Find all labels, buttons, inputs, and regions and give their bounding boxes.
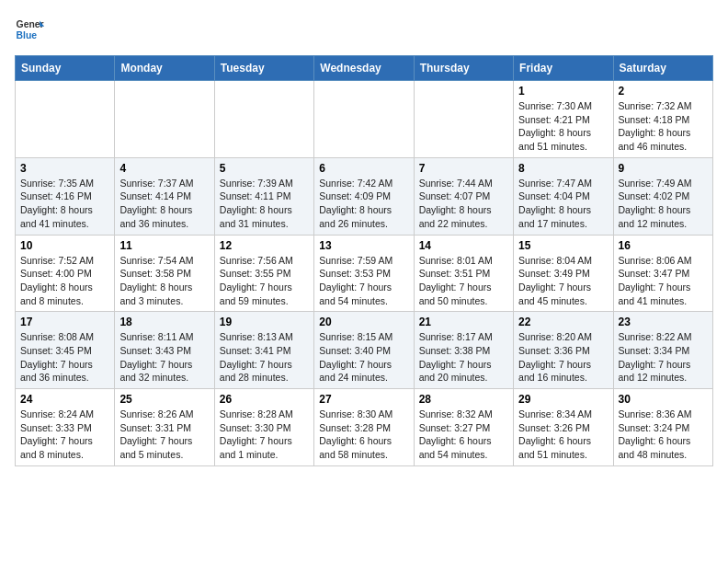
- day-number: 24: [20, 393, 109, 406]
- calendar-cell: 23Sunrise: 8:22 AM Sunset: 3:34 PM Dayli…: [613, 312, 712, 389]
- calendar-cell: 21Sunrise: 8:17 AM Sunset: 3:38 PM Dayli…: [414, 312, 513, 389]
- calendar-cell: 18Sunrise: 8:11 AM Sunset: 3:43 PM Dayli…: [115, 312, 214, 389]
- day-number: 14: [419, 239, 508, 252]
- calendar-cell: 2Sunrise: 7:32 AM Sunset: 4:18 PM Daylig…: [613, 81, 712, 158]
- day-info: Sunrise: 8:04 AM Sunset: 3:49 PM Dayligh…: [518, 254, 608, 308]
- calendar-cell: 28Sunrise: 8:32 AM Sunset: 3:27 PM Dayli…: [414, 389, 513, 466]
- day-number: 2: [619, 85, 708, 98]
- day-info: Sunrise: 7:54 AM Sunset: 3:58 PM Dayligh…: [119, 254, 209, 308]
- calendar-cell: 7Sunrise: 7:44 AM Sunset: 4:07 PM Daylig…: [414, 157, 513, 235]
- calendar-cell: 29Sunrise: 8:34 AM Sunset: 3:26 PM Dayli…: [514, 389, 613, 466]
- day-number: 12: [220, 239, 309, 252]
- calendar-cell: 30Sunrise: 8:36 AM Sunset: 3:24 PM Dayli…: [613, 389, 712, 466]
- day-number: 25: [119, 393, 209, 406]
- calendar-cell: 3Sunrise: 7:35 AM Sunset: 4:16 PM Daylig…: [16, 157, 115, 235]
- day-number: 11: [119, 239, 209, 252]
- day-info: Sunrise: 8:30 AM Sunset: 3:28 PM Dayligh…: [319, 408, 408, 462]
- calendar-cell: 24Sunrise: 8:24 AM Sunset: 3:33 PM Dayli…: [16, 389, 115, 466]
- day-number: 3: [20, 162, 109, 175]
- day-number: 5: [220, 162, 309, 175]
- day-number: 13: [319, 239, 408, 252]
- calendar-cell: 1Sunrise: 7:30 AM Sunset: 4:21 PM Daylig…: [514, 81, 613, 158]
- day-info: Sunrise: 7:56 AM Sunset: 3:55 PM Dayligh…: [220, 254, 309, 308]
- day-number: 21: [419, 316, 508, 328]
- calendar-cell: 13Sunrise: 7:59 AM Sunset: 3:53 PM Dayli…: [314, 235, 414, 312]
- weekday-header-wednesday: Wednesday: [314, 56, 414, 81]
- week-row-2: 3Sunrise: 7:35 AM Sunset: 4:16 PM Daylig…: [16, 157, 713, 235]
- calendar-cell: 17Sunrise: 8:08 AM Sunset: 3:45 PM Dayli…: [16, 312, 115, 389]
- day-number: 6: [319, 162, 408, 175]
- page-header: General Blue: [15, 15, 713, 44]
- day-number: 10: [20, 239, 109, 252]
- day-info: Sunrise: 7:59 AM Sunset: 3:53 PM Dayligh…: [319, 254, 408, 308]
- calendar-cell: 15Sunrise: 8:04 AM Sunset: 3:49 PM Dayli…: [514, 235, 613, 312]
- day-info: Sunrise: 8:01 AM Sunset: 3:51 PM Dayligh…: [419, 254, 508, 308]
- day-info: Sunrise: 7:39 AM Sunset: 4:11 PM Dayligh…: [220, 177, 309, 231]
- weekday-header-sunday: Sunday: [16, 56, 115, 81]
- day-info: Sunrise: 7:47 AM Sunset: 4:04 PM Dayligh…: [518, 177, 608, 231]
- svg-text:Blue: Blue: [17, 30, 38, 40]
- day-info: Sunrise: 8:13 AM Sunset: 3:41 PM Dayligh…: [220, 330, 309, 385]
- day-info: Sunrise: 8:26 AM Sunset: 3:31 PM Dayligh…: [119, 408, 209, 462]
- calendar-cell: 6Sunrise: 7:42 AM Sunset: 4:09 PM Daylig…: [314, 157, 414, 235]
- day-number: 16: [619, 239, 708, 252]
- day-number: 8: [518, 162, 608, 175]
- day-number: 18: [119, 316, 209, 328]
- weekday-header-saturday: Saturday: [613, 56, 712, 81]
- day-number: 30: [619, 393, 708, 406]
- calendar-cell: 22Sunrise: 8:20 AM Sunset: 3:36 PM Dayli…: [514, 312, 613, 389]
- day-info: Sunrise: 8:20 AM Sunset: 3:36 PM Dayligh…: [518, 330, 608, 385]
- day-number: 17: [20, 316, 109, 328]
- weekday-header-friday: Friday: [514, 56, 613, 81]
- day-number: 28: [419, 393, 508, 406]
- day-info: Sunrise: 7:37 AM Sunset: 4:14 PM Dayligh…: [119, 177, 209, 231]
- day-info: Sunrise: 8:22 AM Sunset: 3:34 PM Dayligh…: [619, 330, 708, 385]
- calendar-cell: 4Sunrise: 7:37 AM Sunset: 4:14 PM Daylig…: [115, 157, 214, 235]
- day-info: Sunrise: 8:24 AM Sunset: 3:33 PM Dayligh…: [20, 408, 109, 462]
- day-number: 4: [119, 162, 209, 175]
- day-number: 27: [319, 393, 408, 406]
- calendar-cell: 16Sunrise: 8:06 AM Sunset: 3:47 PM Dayli…: [613, 235, 712, 312]
- day-info: Sunrise: 8:11 AM Sunset: 3:43 PM Dayligh…: [119, 330, 209, 385]
- calendar-cell: 27Sunrise: 8:30 AM Sunset: 3:28 PM Dayli…: [314, 389, 414, 466]
- day-info: Sunrise: 8:15 AM Sunset: 3:40 PM Dayligh…: [319, 330, 408, 385]
- weekday-header-monday: Monday: [115, 56, 214, 81]
- day-info: Sunrise: 7:30 AM Sunset: 4:21 PM Dayligh…: [518, 99, 608, 154]
- day-number: 20: [319, 316, 408, 328]
- logo-icon: General Blue: [15, 15, 44, 44]
- day-info: Sunrise: 7:32 AM Sunset: 4:18 PM Dayligh…: [619, 99, 708, 154]
- logo: General Blue: [15, 15, 44, 44]
- calendar-cell: 25Sunrise: 8:26 AM Sunset: 3:31 PM Dayli…: [115, 389, 214, 466]
- calendar-cell: [414, 81, 513, 158]
- calendar-cell: 14Sunrise: 8:01 AM Sunset: 3:51 PM Dayli…: [414, 235, 513, 312]
- day-info: Sunrise: 7:44 AM Sunset: 4:07 PM Dayligh…: [419, 177, 508, 231]
- weekday-header-tuesday: Tuesday: [214, 56, 313, 81]
- weekday-header-row: SundayMondayTuesdayWednesdayThursdayFrid…: [16, 56, 713, 81]
- calendar-cell: 8Sunrise: 7:47 AM Sunset: 4:04 PM Daylig…: [514, 157, 613, 235]
- day-number: 29: [518, 393, 608, 406]
- day-info: Sunrise: 8:06 AM Sunset: 3:47 PM Dayligh…: [619, 254, 708, 308]
- week-row-1: 1Sunrise: 7:30 AM Sunset: 4:21 PM Daylig…: [16, 81, 713, 158]
- calendar-cell: 20Sunrise: 8:15 AM Sunset: 3:40 PM Dayli…: [314, 312, 414, 389]
- day-info: Sunrise: 8:08 AM Sunset: 3:45 PM Dayligh…: [20, 330, 109, 385]
- day-info: Sunrise: 8:36 AM Sunset: 3:24 PM Dayligh…: [619, 408, 708, 462]
- day-info: Sunrise: 8:17 AM Sunset: 3:38 PM Dayligh…: [419, 330, 508, 385]
- day-number: 23: [619, 316, 708, 328]
- calendar-cell: 19Sunrise: 8:13 AM Sunset: 3:41 PM Dayli…: [214, 312, 313, 389]
- week-row-3: 10Sunrise: 7:52 AM Sunset: 4:00 PM Dayli…: [16, 235, 713, 312]
- calendar-cell: 11Sunrise: 7:54 AM Sunset: 3:58 PM Dayli…: [115, 235, 214, 312]
- week-row-5: 24Sunrise: 8:24 AM Sunset: 3:33 PM Dayli…: [16, 389, 713, 466]
- day-info: Sunrise: 7:42 AM Sunset: 4:09 PM Dayligh…: [319, 177, 408, 231]
- week-row-4: 17Sunrise: 8:08 AM Sunset: 3:45 PM Dayli…: [16, 312, 713, 389]
- day-number: 1: [518, 85, 608, 98]
- calendar-cell: [16, 81, 115, 158]
- day-info: Sunrise: 8:28 AM Sunset: 3:30 PM Dayligh…: [220, 408, 309, 462]
- day-info: Sunrise: 7:52 AM Sunset: 4:00 PM Dayligh…: [20, 254, 109, 308]
- day-number: 26: [220, 393, 309, 406]
- weekday-header-thursday: Thursday: [414, 56, 513, 81]
- calendar-cell: [314, 81, 414, 158]
- day-number: 7: [419, 162, 508, 175]
- day-info: Sunrise: 8:32 AM Sunset: 3:27 PM Dayligh…: [419, 408, 508, 462]
- calendar-cell: 10Sunrise: 7:52 AM Sunset: 4:00 PM Dayli…: [16, 235, 115, 312]
- day-info: Sunrise: 7:49 AM Sunset: 4:02 PM Dayligh…: [619, 177, 708, 231]
